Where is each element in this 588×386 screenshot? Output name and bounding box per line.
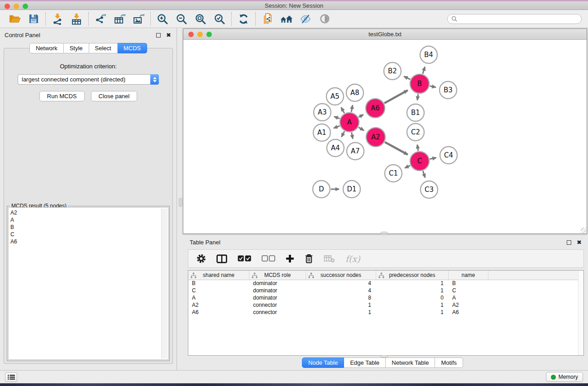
resize-grip[interactable] — [581, 228, 586, 233]
graph-node-A2[interactable]: A2 — [366, 128, 385, 147]
export-table-button[interactable] — [113, 13, 126, 25]
column-header-shared-name[interactable]: shared name — [188, 271, 249, 280]
graph-node-A3[interactable]: A3 — [314, 104, 331, 121]
zoom-window-button[interactable] — [23, 4, 28, 9]
close-panel-button[interactable]: Close panel — [91, 91, 138, 101]
cell-predecessor-nodes[interactable]: 0 — [376, 295, 449, 302]
open-file-button[interactable] — [8, 13, 21, 25]
import-table-button[interactable] — [70, 13, 83, 25]
cell-shared-name[interactable]: B — [188, 280, 249, 287]
table-row[interactable]: A6 connector 1 1 A6 — [188, 309, 583, 316]
column-header-name[interactable]: name — [449, 271, 488, 280]
tab-style[interactable]: Style — [64, 43, 89, 53]
graph-node-A4[interactable]: A4 — [327, 139, 344, 157]
result-item[interactable]: C — [10, 231, 168, 238]
graph-node-A7[interactable]: A7 — [347, 143, 364, 160]
cell-predecessor-nodes[interactable]: 1 — [376, 280, 449, 287]
network-canvas[interactable]: AA1A2A3A4A5A6A7A8BB1B2B3B4CC1C2C3C4DD1 — [183, 40, 587, 234]
network-graph[interactable]: AA1A2A3A4A5A6A7A8BB1B2B3B4CC1C2C3C4DD1 — [183, 40, 587, 234]
birdseye-view-button[interactable] — [318, 13, 331, 25]
cell-shared-name[interactable]: A2 — [188, 302, 249, 309]
import-network-button[interactable] — [51, 13, 64, 25]
cell-shared-name[interactable]: A6 — [188, 309, 249, 316]
add-column-button[interactable] — [286, 254, 294, 263]
cell-name[interactable]: A — [449, 295, 488, 302]
cell-name[interactable]: C — [449, 287, 488, 295]
result-item[interactable]: B — [10, 224, 168, 231]
graph-node-B3[interactable]: B3 — [440, 81, 457, 99]
tab-select[interactable]: Select — [89, 43, 118, 53]
export-network-button[interactable] — [94, 13, 107, 25]
close-panel-icon[interactable]: ✖ — [166, 32, 171, 38]
vizmapper-toggle-button[interactable] — [299, 13, 312, 25]
mcds-result-list[interactable]: A2 A B C A6 — [8, 207, 168, 360]
splitter-grip[interactable] — [381, 232, 387, 234]
cell-name[interactable]: A6 — [449, 309, 488, 316]
tab-edge-table[interactable]: Edge Table — [344, 357, 386, 368]
cell-successor-nodes[interactable]: 8 — [306, 295, 376, 302]
splitter-grip[interactable] — [381, 355, 387, 357]
graph-node-B[interactable]: B — [410, 74, 429, 93]
cell-shared-name[interactable]: A — [188, 295, 249, 302]
cell-predecessor-nodes[interactable]: 1 — [376, 309, 449, 316]
graph-node-A8[interactable]: A8 — [346, 84, 363, 101]
delete-column-button[interactable] — [305, 254, 313, 263]
minimize-window-button[interactable] — [14, 4, 19, 9]
graph-node-C4[interactable]: C4 — [440, 147, 457, 164]
deselect-all-button[interactable] — [262, 255, 275, 262]
clone-network-button[interactable] — [261, 13, 274, 25]
table-scrollbar[interactable] — [578, 271, 583, 355]
column-header-successor-nodes[interactable]: successor nodes — [306, 271, 376, 280]
zoom-network-button[interactable] — [206, 32, 212, 37]
apply-layout-button[interactable] — [237, 13, 250, 25]
graph-node-A5[interactable]: A5 — [326, 88, 344, 105]
home-network-button[interactable] — [280, 13, 293, 25]
graph-node-A1[interactable]: A1 — [313, 124, 330, 141]
graph-node-C3[interactable]: C3 — [421, 181, 438, 198]
cell-shared-name[interactable]: C — [188, 287, 249, 295]
table-settings-button[interactable] — [196, 254, 206, 263]
tab-motifs[interactable]: Motifs — [435, 357, 463, 368]
save-session-button[interactable] — [27, 13, 40, 25]
cell-mcds-role[interactable]: dominator — [249, 280, 306, 287]
table-row[interactable]: A2 connector 1 1 A2 — [188, 302, 583, 309]
tab-network[interactable]: Network — [29, 43, 64, 53]
tab-node-table[interactable]: Node Table — [302, 357, 344, 368]
table-row[interactable]: C dominator 4 1 C — [188, 287, 583, 295]
cell-successor-nodes[interactable]: 4 — [306, 287, 376, 295]
graph-node-B4[interactable]: B4 — [420, 46, 437, 63]
optimization-criterion-dropdown[interactable]: largest connected component (directed) — [18, 74, 159, 85]
graph-node-D[interactable]: D — [313, 181, 330, 198]
table-row[interactable]: A dominator 8 0 A — [188, 295, 583, 302]
result-item[interactable]: A — [10, 216, 168, 224]
tab-network-table[interactable]: Network Table — [386, 357, 435, 368]
cell-mcds-role[interactable]: dominator — [249, 295, 306, 302]
float-panel-icon[interactable] — [567, 240, 571, 245]
memory-button[interactable]: Memory — [546, 372, 583, 382]
cell-successor-nodes[interactable]: 1 — [306, 302, 376, 309]
graph-node-C2[interactable]: C2 — [407, 124, 424, 141]
node-table[interactable]: shared name MCDS role successor nodes — [188, 270, 584, 356]
close-panel-icon[interactable]: ✖ — [577, 239, 582, 246]
cell-mcds-role[interactable]: connector — [249, 302, 306, 309]
column-header-predecessor-nodes[interactable]: predecessor nodes — [376, 271, 449, 280]
zoom-selected-button[interactable] — [213, 13, 226, 25]
result-item[interactable]: A2 — [10, 209, 168, 216]
graph-node-C1[interactable]: C1 — [385, 165, 402, 182]
cell-successor-nodes[interactable]: 1 — [306, 309, 376, 316]
cell-name[interactable]: A2 — [449, 302, 488, 309]
cell-predecessor-nodes[interactable]: 1 — [376, 287, 449, 295]
graph-node-B1[interactable]: B1 — [407, 104, 424, 121]
select-all-button[interactable] — [238, 255, 251, 262]
cell-predecessor-nodes[interactable]: 1 — [376, 302, 449, 309]
show-log-button[interactable] — [5, 372, 17, 382]
graph-node-A[interactable]: A — [340, 113, 359, 132]
table-row[interactable]: B dominator 4 1 B — [188, 280, 583, 287]
minimize-network-button[interactable] — [197, 32, 203, 37]
cell-mcds-role[interactable]: dominator — [249, 287, 306, 295]
tab-mcds[interactable]: MCDS — [118, 43, 147, 53]
column-header-mcds-role[interactable]: MCDS role — [249, 271, 306, 280]
export-image-button[interactable] — [132, 13, 145, 25]
search-input[interactable] — [457, 16, 578, 22]
split-view-button[interactable] — [216, 254, 227, 263]
